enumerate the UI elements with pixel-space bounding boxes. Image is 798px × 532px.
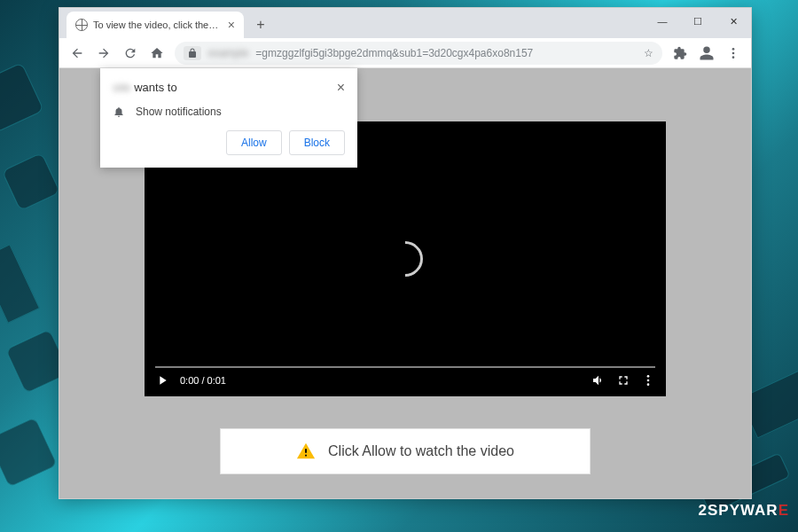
reload-icon [123,46,137,60]
back-button[interactable] [65,41,90,66]
banner-text: Click Allow to watch the video [328,443,514,459]
lock-icon [187,48,198,59]
notification-wants-to-label: wants to [134,81,176,94]
video-menu-button[interactable] [641,373,655,387]
forward-button[interactable] [91,41,116,66]
block-button[interactable]: Block [289,130,345,155]
volume-button[interactable] [591,373,606,387]
svg-point-5 [647,383,650,386]
globe-icon [75,19,88,31]
arrow-right-icon [97,46,111,60]
play-icon [155,373,169,387]
new-tab-button[interactable]: + [249,13,272,36]
close-window-button[interactable]: ✕ [716,8,751,35]
browser-tab[interactable]: To view the video, click the Allow… × [66,12,244,38]
url-hidden-part: example [208,47,248,59]
svg-point-3 [647,375,650,378]
background-decoration [0,244,40,323]
bookmark-star-icon[interactable]: ☆ [644,47,653,59]
fullscreen-icon [616,373,630,387]
svg-point-4 [647,379,650,382]
menu-button[interactable] [721,41,746,66]
background-decoration [0,417,58,488]
watermark: 2SPYWARE [699,502,789,520]
watermark-suffix: E [778,502,789,519]
notification-permission-popup: site wants to × Show notifications Allow… [100,68,357,168]
warning-icon [296,442,316,461]
notification-origin: site [113,81,130,94]
address-bar[interactable]: example =gmzggzlfgi5gi3bpge2dmmq&sub1=3d… [175,42,662,65]
profile-button[interactable] [694,41,719,66]
kebab-menu-icon [641,373,655,387]
loading-spinner-icon [380,234,431,285]
extensions-button[interactable] [668,41,692,66]
titlebar: To view the video, click the Allow… × + … [59,8,751,38]
arrow-left-icon [70,46,84,60]
watermark-prefix: 2SPYWAR [699,502,778,519]
background-decoration [0,62,44,133]
notification-permission-label: Show notifications [136,106,222,118]
video-time-display: 0:00 / 0:01 [180,375,226,386]
video-controls: 0:00 / 0:01 [145,364,666,396]
play-button[interactable] [155,373,169,387]
reload-button[interactable] [118,41,143,66]
puzzle-icon [673,46,687,60]
background-decoration [2,153,60,211]
volume-icon [591,373,606,387]
window-controls: — ☐ ✕ [645,8,751,35]
svg-point-2 [732,56,735,59]
minimize-button[interactable]: — [645,8,680,35]
close-tab-icon[interactable]: × [228,18,235,32]
kebab-menu-icon [726,46,740,60]
tab-title: To view the video, click the Allow… [93,20,219,30]
url-text: =gmzggzlfgi5gi3bpge2dmmq&sub1=3d20cgx4pa… [255,47,533,59]
allow-button[interactable]: Allow [226,130,282,155]
home-button[interactable] [145,41,169,66]
maximize-button[interactable]: ☐ [680,8,716,35]
close-icon[interactable]: × [337,81,345,95]
svg-point-1 [732,51,735,54]
browser-toolbar: example =gmzggzlfgi5gi3bpge2dmmq&sub1=3d… [59,38,751,68]
site-info-button[interactable] [184,46,201,60]
instruction-banner: Click Allow to watch the video [220,428,591,474]
fullscreen-button[interactable] [616,373,630,387]
bell-icon [113,106,125,118]
home-icon [150,46,164,60]
page-content: site wants to × Show notifications Allow… [59,68,751,498]
svg-point-0 [732,48,735,51]
browser-window: To view the video, click the Allow… × + … [59,7,752,499]
user-icon [699,45,715,61]
